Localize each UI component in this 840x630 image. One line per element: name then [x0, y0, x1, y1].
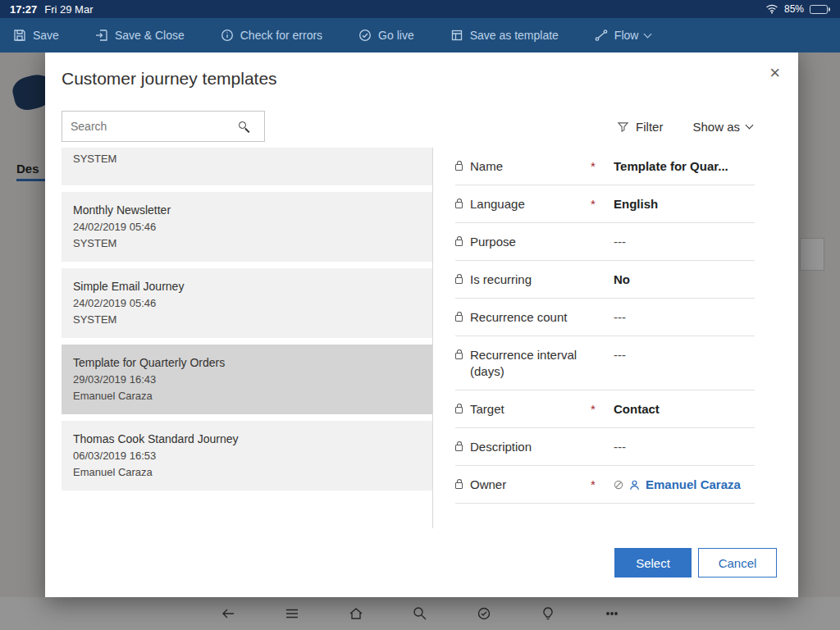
- field-value: ---: [614, 234, 755, 250]
- template-owner: SYSTEM: [73, 235, 421, 252]
- lock-icon: [455, 164, 463, 171]
- field-value: ---: [614, 347, 755, 363]
- command-bar: Save Save & Close Check for errors Go li…: [0, 18, 840, 52]
- save-close-icon: [95, 29, 108, 42]
- field-label: Language: [470, 196, 525, 212]
- field-row-purpose: Purpose ---: [455, 223, 755, 261]
- lock-icon: [455, 277, 463, 284]
- field-value: Template for Quar...: [614, 158, 755, 175]
- template-owner: Emanuel Caraza: [73, 464, 421, 481]
- filter-icon: [617, 121, 629, 133]
- save-icon: [13, 29, 26, 42]
- info-circle-icon: [221, 29, 234, 42]
- wifi-icon: [765, 4, 778, 14]
- field-row-target: Target * Contact: [455, 390, 755, 428]
- required-marker: *: [582, 196, 614, 212]
- field-row-is-recurring: Is recurring No: [455, 261, 755, 299]
- show-as-dropdown[interactable]: Show as: [692, 120, 752, 134]
- screen: Des 17:27 Fri 29 Mar 85%: [0, 0, 840, 630]
- show-as-label: Show as: [692, 120, 740, 134]
- template-date: 24/02/2019 05:46: [73, 295, 421, 312]
- save-as-template-label: Save as template: [470, 29, 559, 42]
- flow-label: Flow: [614, 29, 639, 42]
- template-list-item[interactable]: SYSTEM: [62, 148, 432, 185]
- filter-label: Filter: [636, 120, 663, 134]
- field-label: Name: [470, 158, 503, 175]
- template-icon: [450, 29, 463, 42]
- search-icon: [239, 121, 246, 129]
- template-owner: SYSTEM: [73, 151, 421, 167]
- template-name: Simple Email Journey: [73, 278, 421, 295]
- required-marker: *: [582, 477, 614, 493]
- dialog-footer: Select Cancel: [614, 548, 777, 578]
- field-label: Description: [470, 439, 532, 455]
- field-row-owner: Owner * Emanuel Caraza: [455, 466, 755, 504]
- template-list-item[interactable]: Thomas Cook Standard Journey 06/03/2019 …: [62, 421, 432, 491]
- lock-icon: [455, 240, 463, 246]
- chevron-down-icon: [746, 121, 754, 129]
- date: Fri 29 Mar: [44, 3, 93, 16]
- go-live-label: Go live: [378, 29, 414, 42]
- lock-icon: [455, 202, 463, 208]
- cancel-button[interactable]: Cancel: [698, 548, 777, 578]
- field-value: No: [614, 272, 755, 288]
- check-errors-label: Check for errors: [240, 29, 322, 42]
- customer-journey-templates-dialog: Customer journey templates × Filter Show…: [45, 48, 798, 597]
- save-button[interactable]: Save: [13, 29, 59, 42]
- field-label: Target: [470, 401, 504, 418]
- save-close-button[interactable]: Save & Close: [95, 29, 185, 42]
- save-close-label: Save & Close: [115, 29, 185, 42]
- template-owner: Emanuel Caraza: [73, 388, 421, 404]
- lock-icon: [455, 315, 463, 322]
- battery-percent: 85%: [784, 3, 804, 15]
- template-details: Name * Template for Quar... Language * E…: [455, 148, 755, 504]
- list-detail-divider: [432, 148, 433, 528]
- field-label: Recurrence count: [470, 309, 567, 326]
- list-tools: Filter Show as: [617, 111, 752, 142]
- field-value: ---: [614, 309, 755, 326]
- search-box: [62, 111, 265, 142]
- template-owner: SYSTEM: [73, 312, 421, 328]
- select-button[interactable]: Select: [614, 548, 692, 578]
- required-marker: *: [582, 158, 614, 175]
- go-live-button[interactable]: Go live: [358, 29, 414, 42]
- template-name: Monthly Newsletter: [73, 202, 421, 219]
- dialog-title: Customer journey templates: [62, 69, 277, 89]
- template-list-item[interactable]: Simple Email Journey 24/02/2019 05:46 SY…: [62, 268, 432, 338]
- lock-icon: [455, 407, 463, 413]
- battery-icon: [810, 5, 830, 14]
- field-value: ---: [614, 439, 755, 455]
- status-bar: 17:27 Fri 29 Mar 85%: [0, 0, 840, 18]
- field-row-language: Language * English: [455, 185, 755, 223]
- field-value-owner: Emanuel Caraza: [614, 477, 755, 493]
- owner-link[interactable]: Emanuel Caraza: [646, 477, 741, 493]
- field-value: English: [614, 196, 755, 212]
- template-list: SYSTEM Monthly Newsletter 24/02/2019 05:…: [62, 148, 432, 528]
- template-name: Template for Quarterly Orders: [73, 354, 421, 372]
- template-date: 29/03/2019 16:43: [73, 372, 421, 388]
- template-name: Thomas Cook Standard Journey: [73, 431, 421, 448]
- check-circle-icon: [358, 29, 372, 42]
- template-list-item[interactable]: Monthly Newsletter 24/02/2019 05:46 SYST…: [62, 192, 432, 262]
- template-date: 06/03/2019 16:53: [73, 448, 421, 464]
- field-label: Owner: [470, 477, 506, 493]
- required-marker: *: [582, 401, 614, 418]
- check-errors-button[interactable]: Check for errors: [221, 29, 322, 42]
- save-as-template-button[interactable]: Save as template: [450, 29, 559, 42]
- lock-icon: [455, 445, 463, 451]
- template-list-item-selected[interactable]: Template for Quarterly Orders 29/03/2019…: [62, 345, 432, 414]
- field-row-recurrence-count: Recurrence count ---: [455, 299, 755, 336]
- close-icon[interactable]: ×: [769, 64, 780, 82]
- search-input[interactable]: [62, 112, 264, 141]
- field-label: Purpose: [470, 234, 516, 250]
- clock: 17:27: [10, 3, 37, 16]
- flow-button[interactable]: Flow: [595, 29, 651, 42]
- lock-icon: [455, 482, 463, 489]
- field-label: Recurrence interval (days): [470, 347, 582, 380]
- filter-button[interactable]: Filter: [617, 120, 663, 134]
- flow-icon: [595, 29, 608, 42]
- field-row-name: Name * Template for Quar...: [455, 148, 755, 185]
- field-row-description: Description ---: [455, 428, 755, 466]
- no-presence-icon: [614, 480, 623, 490]
- template-date: 24/02/2019 05:46: [73, 219, 421, 235]
